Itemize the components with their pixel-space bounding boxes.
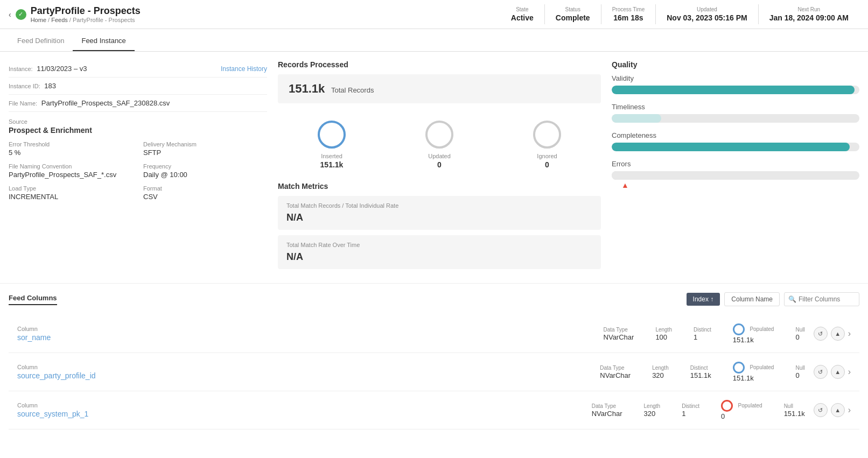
action-btn-up-2[interactable]: ▲: [831, 365, 845, 379]
index-button[interactable]: Index ↑: [687, 293, 720, 306]
file-name-label: File Name:: [9, 100, 37, 107]
back-arrow-icon[interactable]: ‹: [9, 10, 11, 19]
completeness-item: Completeness: [612, 131, 859, 151]
length-1: Length 100: [655, 327, 672, 341]
match-box-1: Total Match Records / Total Individual R…: [278, 196, 601, 230]
distinct-label-3: Distinct: [682, 403, 699, 409]
state-value: Active: [511, 13, 534, 22]
validity-bar-fill: [612, 86, 855, 94]
timeliness-label: Timeliness: [612, 103, 859, 111]
format-label: Format: [143, 185, 267, 192]
chevron-right-3[interactable]: ›: [848, 405, 851, 415]
match-box2-label: Total Match Rate Over Time: [286, 242, 592, 248]
col-meta-1: Data Type NVarChar Length 100 Distinct 1…: [604, 323, 805, 344]
length-label-2: Length: [652, 365, 669, 371]
meta-grid: Error Threshold 5 % Delivery Mechanism S…: [9, 141, 267, 201]
instance-row: Instance: 11/03/2023 – v3 Instance Histo…: [9, 60, 267, 77]
length-3: Length 320: [644, 403, 661, 418]
quality-section: Quality Validity Timeliness Completeness: [612, 60, 859, 193]
file-naming-label: File Naming Convention: [9, 163, 132, 170]
inserted-value: 151.1k: [318, 160, 346, 169]
data-type-value-3: NVarChar: [592, 410, 622, 418]
data-type-label-2: Data Type: [600, 365, 631, 371]
frequency-value: Daily @ 10:00: [143, 171, 267, 179]
state-stat: State Active: [500, 4, 544, 24]
completeness-label: Completeness: [612, 131, 859, 139]
inserted-circle: [318, 121, 346, 149]
breadcrumb-feeds[interactable]: Feeds: [51, 17, 68, 23]
col-name-2[interactable]: source_party_profile_id: [17, 371, 600, 380]
null-value-3: 151.1k: [784, 410, 805, 418]
frequency-label: Frequency: [143, 163, 267, 170]
tab-feed-definition[interactable]: Feed Definition: [9, 31, 73, 51]
delivery-mechanism-item: Delivery Mechanism SFTP: [143, 141, 267, 157]
next-run-label: Next Run: [769, 6, 849, 12]
instance-label: Instance:: [9, 66, 33, 72]
data-type-2: Data Type NVarChar: [600, 365, 631, 379]
right-panel: Quality Validity Timeliness Completeness: [612, 60, 859, 274]
validity-label: Validity: [612, 74, 859, 82]
process-time-stat: Process Time 16m 18s: [601, 4, 656, 24]
search-icon: 🔍: [788, 295, 796, 303]
data-type-value-2: NVarChar: [600, 371, 631, 379]
completeness-bar-fill: [612, 143, 850, 151]
populated-label-1: Populated: [750, 326, 774, 332]
completeness-bar-bg: [612, 143, 859, 151]
action-btn-refresh-1[interactable]: ↺: [814, 327, 828, 341]
distinct-value-2: 151.1k: [690, 371, 711, 379]
action-btn-up-3[interactable]: ▲: [831, 403, 845, 417]
updated-stat: Updated Nov 03, 2023 05:16 PM: [655, 4, 758, 24]
populated-value-3: 0: [721, 412, 762, 420]
breadcrumb: Home / Feeds / PartyProfile - Prospects: [31, 17, 141, 23]
populated-circle-1: [733, 323, 745, 335]
load-type-item: Load Type INCREMENTAL: [9, 185, 132, 201]
col-name-1[interactable]: sor_name: [17, 333, 604, 342]
tabs: Feed Definition Feed Instance: [0, 31, 868, 52]
action-btn-up-1[interactable]: ▲: [831, 327, 845, 341]
breadcrumb-home[interactable]: Home: [31, 17, 46, 23]
total-records-number: 151.1k: [289, 82, 325, 95]
total-records-box: 151.1k Total Records: [278, 74, 601, 103]
breadcrumb-current: PartyProfile - Prospects: [73, 17, 135, 23]
populated-label-3: Populated: [738, 403, 762, 408]
timeliness-bar-fill: [612, 114, 661, 123]
length-value-1: 100: [655, 333, 672, 341]
col-label-1: Column: [17, 326, 604, 332]
action-btn-refresh-3[interactable]: ↺: [814, 403, 828, 417]
null-value-1: 0: [795, 333, 804, 341]
errors-bar-fill: [612, 171, 617, 180]
distinct-value-1: 1: [694, 333, 711, 341]
updated-circle-item: Updated 0: [425, 121, 453, 169]
match-box-2: Total Match Rate Over Time N/A: [278, 235, 601, 269]
data-type-3: Data Type NVarChar: [592, 403, 622, 418]
null-2: Null 0: [795, 365, 804, 379]
error-threshold-value: 5 %: [9, 149, 132, 157]
file-name-value: PartyProfile_Prospects_SAF_230828.csv: [41, 99, 170, 107]
col-name-3[interactable]: source_system_pk_1: [17, 410, 592, 418]
match-box1-label: Total Match Records / Total Individual R…: [286, 202, 592, 209]
tab-feed-instance[interactable]: Feed Instance: [73, 31, 134, 51]
populated-value-1: 151.1k: [733, 336, 774, 344]
distinct-2: Distinct 151.1k: [690, 365, 711, 379]
updated-label: Updated: [425, 153, 453, 159]
delivery-mechanism-label: Delivery Mechanism: [143, 141, 267, 147]
action-btn-refresh-2[interactable]: ↺: [814, 365, 828, 379]
col-actions-2: ↺ ▲ ›: [814, 365, 851, 379]
format-value: CSV: [143, 193, 267, 201]
match-box1-value: N/A: [286, 212, 592, 223]
file-name-row: File Name: PartyProfile_Prospects_SAF_23…: [9, 95, 267, 112]
match-metrics-title: Match Metrics: [278, 182, 601, 191]
format-item: Format CSV: [143, 185, 267, 201]
error-indicator: ▲: [612, 180, 859, 193]
chevron-right-1[interactable]: ›: [848, 329, 851, 339]
instance-id-label: Instance ID:: [9, 83, 40, 89]
header-left: ‹ PartyProfile - Prospects Home / Feeds …: [9, 5, 500, 23]
null-label-3: Null: [784, 403, 805, 409]
page-title: PartyProfile - Prospects: [31, 5, 141, 17]
distinct-value-3: 1: [682, 410, 699, 418]
instance-id-row: Instance ID: 183: [9, 77, 267, 95]
null-label-1: Null: [795, 327, 804, 333]
instance-history-link[interactable]: Instance History: [221, 65, 267, 73]
column-name-button[interactable]: Column Name: [724, 292, 780, 306]
chevron-right-2[interactable]: ›: [848, 367, 851, 377]
